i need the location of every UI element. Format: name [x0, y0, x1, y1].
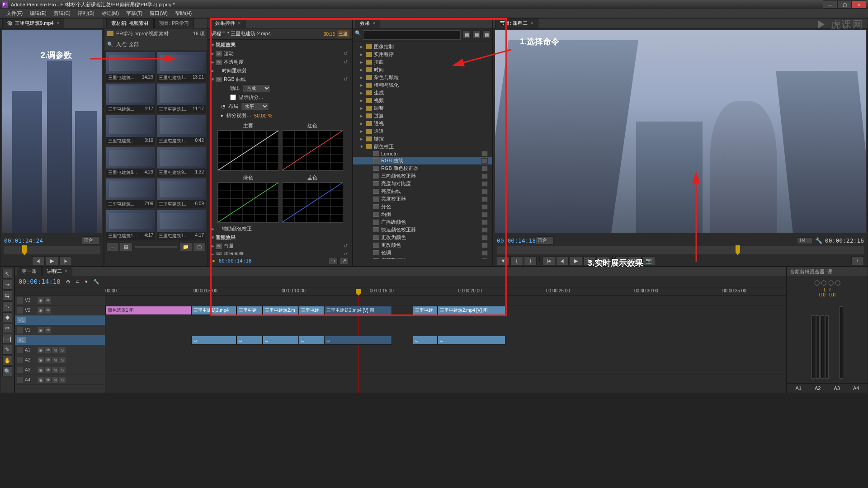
track-target-a1[interactable]: A1 [15, 335, 105, 345]
clip-thumbnail[interactable]: 三里屯建筑1...4:17 [106, 210, 155, 240]
timeline-clip[interactable]: 三里屯建 [236, 306, 263, 315]
track-header[interactable]: A3◉👁MS [15, 365, 105, 375]
timeline-clip[interactable]: 三里屯建 [413, 306, 438, 315]
fx-opacity[interactable]: 不透明度 [224, 59, 344, 66]
effect-item[interactable]: 视频限幅器 [353, 257, 492, 259]
menu-file[interactable]: 文件(F) [3, 9, 26, 18]
reset-icon[interactable]: ↺ [344, 51, 350, 56]
effect-item[interactable]: 亮度校正器 [353, 195, 492, 203]
effects-folder[interactable]: ▸杂色与颗粒 [353, 74, 492, 81]
tab-project[interactable]: 项目: PR学习 [154, 18, 193, 28]
timeline-timecode[interactable]: 00:00:14:18 [19, 278, 61, 285]
effects-folder[interactable]: ▸视频 [353, 97, 492, 104]
clip-thumbnail[interactable]: 三里屯建筑9...1:32 [157, 147, 206, 177]
clip-thumbnail[interactable]: 三里屯建筑...4:17 [106, 84, 155, 113]
effects-folder[interactable]: ▸模糊与锐化 [353, 81, 492, 89]
effect-item[interactable]: 色调 [353, 249, 492, 257]
timeline-audio-clip[interactable]: ▭ [413, 336, 438, 345]
wrench-icon[interactable]: 🔧 [812, 237, 825, 244]
tab-bin[interactable]: 素材箱: 视频素材 [106, 18, 154, 28]
tab-audio-mixer[interactable]: 音频剪辑混合器: 课 [790, 268, 832, 275]
step-fwd-button[interactable]: |▸ [59, 256, 72, 265]
fx-aux-color[interactable]: 辅助颜色校正 [222, 225, 350, 232]
timeline-clip[interactable]: 三里屯建筑2.mp4 [191, 306, 236, 315]
slip-tool[interactable]: |↔| [2, 334, 12, 344]
source-timecode[interactable]: 00:01:24:24 [4, 237, 43, 244]
effect-item[interactable]: 更改为颜色 [353, 234, 492, 241]
tab-effects[interactable]: 效果× [355, 18, 380, 28]
rate-tool[interactable]: ◆ [2, 312, 12, 322]
track-header[interactable]: A1◉👁MS [15, 345, 105, 355]
new-item-button[interactable]: ▢ [193, 242, 206, 251]
effect-item[interactable]: 快速颜色校正器 [353, 226, 492, 234]
lift-button[interactable]: ⇱ [615, 256, 628, 265]
tab-source[interactable]: 源: 三里屯建筑9.mp4× [2, 18, 64, 28]
list-view-button[interactable]: ≡ [106, 242, 119, 251]
menu-edit[interactable]: 编辑(E) [26, 9, 50, 18]
clip-thumbnail[interactable]: 三里屯建筑1...6:09 [157, 178, 206, 208]
fx-timeremap[interactable]: 时间重映射 [222, 67, 350, 74]
program-zoom[interactable]: 1/4 [797, 237, 812, 244]
program-fit[interactable]: 适合 [536, 236, 554, 244]
program-scrubber[interactable] [497, 246, 864, 254]
effect-item[interactable]: RGB 曲线 [353, 157, 492, 164]
clip-thumbnail[interactable]: 三里屯建筑...3:19 [106, 115, 155, 145]
thumb-size-slider[interactable] [135, 246, 177, 248]
effects-folder[interactable]: ▸生成 [353, 89, 492, 97]
tab-effect-controls[interactable]: 效果控件× [210, 18, 245, 28]
track-header[interactable]: V1◉👁 [15, 325, 105, 335]
close-button[interactable]: ✕ [852, 0, 866, 9]
layout-select[interactable]: 水平 [241, 103, 269, 110]
clip-thumbnail[interactable]: 三里屯建筑...14:29 [106, 52, 155, 82]
clip-thumbnail[interactable]: 三里屯建筑1...11:17 [157, 84, 206, 113]
maximize-button[interactable]: ▢ [837, 0, 852, 9]
effect-item[interactable]: 分色 [353, 203, 492, 211]
icon-view-button[interactable]: ▦ [120, 242, 132, 251]
curve-red[interactable] [282, 130, 343, 171]
fx-filter-2[interactable]: ▦ [472, 30, 481, 38]
export-frame-button[interactable]: 📷 [642, 256, 655, 265]
timeline-audio-clip[interactable]: ▭ [236, 336, 263, 345]
menu-window[interactable]: 窗口(W) [146, 9, 171, 18]
menu-help[interactable]: 帮助(H) [171, 9, 195, 18]
effect-item[interactable]: 三向颜色校正器 [353, 172, 492, 180]
clip-thumbnail[interactable]: 三里屯建筑8...4:29 [106, 147, 155, 177]
clip-thumbnail[interactable]: 三里屯建筑1...4:17 [157, 210, 206, 240]
fx-filter-3[interactable]: ▦ [482, 30, 491, 38]
timeline-clip[interactable]: 三里屯建筑2.mp4 [V] 图 [324, 306, 392, 315]
play-button[interactable]: ▶ [46, 256, 58, 265]
fx-motion[interactable]: 运动 [224, 50, 344, 57]
timeline-audio-clip[interactable]: ▭ [263, 336, 299, 345]
timeline-clip[interactable]: 三里屯建 [299, 306, 324, 315]
rolling-tool[interactable]: ⇋ [2, 301, 12, 311]
tab-seq-2[interactable]: 课程二× [42, 266, 72, 276]
ec-timecode[interactable]: 00:00:14:18 [219, 258, 252, 264]
menu-marker[interactable]: 标记(M) [98, 9, 123, 18]
pen-tool[interactable]: ✎ [2, 345, 12, 355]
step-back-button[interactable]: ◂| [32, 256, 45, 265]
split-percent[interactable]: 50.00 % [254, 113, 272, 118]
effect-item[interactable]: 广播级颜色 [353, 218, 492, 226]
effect-item[interactable]: Lumetri [353, 150, 492, 157]
effects-folder[interactable]: ▸透视 [353, 120, 492, 127]
curve-blue[interactable] [282, 182, 343, 223]
effects-folder[interactable]: ▸过渡 [353, 112, 492, 120]
track-header[interactable]: A2◉👁MS [15, 355, 105, 365]
curve-green[interactable] [217, 182, 279, 223]
clip-thumbnail[interactable]: 三里屯建筑1...13:01 [157, 52, 206, 82]
play-button[interactable]: ▶ [570, 256, 582, 265]
fx-channel-volume[interactable]: 声道音量 [224, 251, 344, 255]
effects-folder[interactable]: ▸时间 [353, 66, 492, 74]
effects-folder[interactable]: ▸通道 [353, 127, 492, 135]
linked-toggle[interactable]: ⊂ [75, 279, 80, 285]
timeline-audio-clip[interactable]: ▭ [299, 336, 324, 345]
timeline-clip[interactable]: 三里屯建筑2.m [263, 306, 299, 315]
marker-button[interactable]: ▾ [85, 279, 88, 285]
selection-tool[interactable]: ↖ [2, 269, 12, 279]
add-button[interactable]: + [851, 256, 864, 265]
effects-folder[interactable]: ▸调整 [353, 104, 492, 112]
search-icon[interactable]: 🔍 [107, 42, 113, 47]
track-header[interactable]: V3◉👁 [15, 296, 105, 305]
ec-prev-button[interactable]: ↪ [329, 257, 338, 264]
clip-thumbnail[interactable]: 三里屯建筑1...0:42 [157, 115, 206, 145]
